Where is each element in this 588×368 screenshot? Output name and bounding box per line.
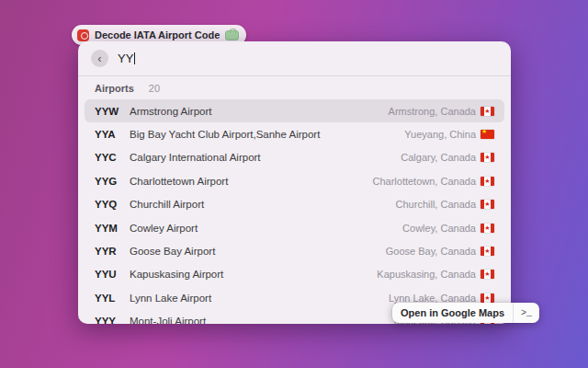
airport-name: Goose Bay Airport — [130, 246, 377, 257]
airport-row[interactable]: YYC Calgary International Airport Calgar… — [85, 146, 504, 169]
airport-row[interactable]: YYW Armstrong Airport Armstrong, Canada — [85, 99, 504, 122]
airport-name: Cowley Airport — [130, 223, 393, 234]
action-tooltip[interactable]: Open in Google Maps >_ — [392, 303, 539, 323]
desktop-background: Decode IATA Airport Code ‹ YY Airports 2… — [0, 0, 588, 368]
airport-name: Big Bay Yacht Club Airport,Sanhe Airport — [130, 129, 395, 140]
airport-location: Lynn Lake, Canada — [389, 293, 476, 304]
chevron-left-icon: ‹ — [97, 52, 101, 64]
airport-row[interactable]: YYA Big Bay Yacht Club Airport,Sanhe Air… — [85, 122, 504, 145]
flag-icon — [481, 293, 494, 303]
airport-code: YYM — [95, 223, 122, 234]
airport-list: YYW Armstrong Airport Armstrong, Canada … — [78, 98, 511, 324]
airport-row[interactable]: YYM Cowley Airport Cowley, Canada — [85, 216, 504, 239]
airport-row[interactable]: YYR Goose Bay Airport Goose Bay, Canada — [85, 239, 504, 262]
airport-code: YYY — [95, 316, 122, 324]
airport-code: YYC — [95, 152, 122, 163]
search-bar: ‹ YY — [78, 41, 511, 76]
launcher-window: ‹ YY Airports 20 YYW Armstrong Airport A… — [78, 41, 511, 324]
airport-code: YYG — [95, 176, 122, 187]
airport-code: YYU — [95, 269, 122, 280]
text-caret — [134, 52, 135, 64]
airport-name: Charlottetown Airport — [130, 176, 363, 187]
airport-name: Mont-Joli Airport — [130, 316, 385, 324]
flag-icon — [481, 153, 494, 162]
back-button[interactable]: ‹ — [91, 50, 108, 67]
airport-code: YYQ — [95, 199, 122, 210]
flag-icon — [481, 107, 494, 116]
flag-icon — [481, 224, 494, 233]
section-label: Airports — [95, 83, 134, 94]
airport-code: YYA — [95, 129, 122, 140]
airport-location: Kapuskasing, Canada — [377, 269, 476, 280]
search-input[interactable]: YY — [118, 52, 135, 65]
flag-icon — [481, 130, 494, 139]
extension-app-icon — [77, 29, 89, 41]
extension-title: Decode IATA Airport Code — [95, 29, 220, 40]
airport-name: Kapuskasing Airport — [130, 269, 368, 280]
airport-name: Calgary International Airport — [130, 152, 391, 163]
airport-row[interactable]: YYU Kapuskasing Airport Kapuskasing, Can… — [85, 263, 504, 286]
flag-icon — [481, 177, 494, 186]
tooltip-label: Open in Google Maps — [392, 307, 513, 318]
flag-icon — [481, 200, 494, 209]
airport-location: Calgary, Canada — [401, 152, 476, 163]
flag-icon — [481, 270, 494, 279]
airport-location: Yueyang, China — [404, 129, 476, 140]
airport-location: Armstrong, Canada — [389, 106, 476, 117]
airport-row[interactable]: YYQ Churchill Airport Churchill, Canada — [85, 193, 504, 216]
terminal-shortcut-icon: >_ — [514, 308, 539, 318]
airport-location: Charlottetown, Canada — [372, 176, 476, 187]
flag-icon — [481, 247, 494, 256]
airport-name: Lynn Lake Airport — [130, 293, 379, 304]
airport-location: Cowley, Canada — [402, 223, 476, 234]
section-header: Airports 20 — [78, 76, 511, 98]
airport-name: Churchill Airport — [130, 199, 387, 210]
search-value: YY — [118, 52, 133, 65]
airport-code: YYL — [95, 293, 122, 304]
airport-location: Churchill, Canada — [396, 199, 476, 210]
bag-icon — [225, 30, 239, 40]
airport-code: YYW — [95, 106, 122, 117]
airport-name: Armstrong Airport — [130, 106, 379, 117]
airport-code: YYR — [95, 246, 122, 257]
airport-row[interactable]: YYG Charlottetown Airport Charlottetown,… — [85, 169, 504, 192]
section-count: 20 — [149, 83, 160, 94]
airport-location: Goose Bay, Canada — [386, 246, 476, 257]
